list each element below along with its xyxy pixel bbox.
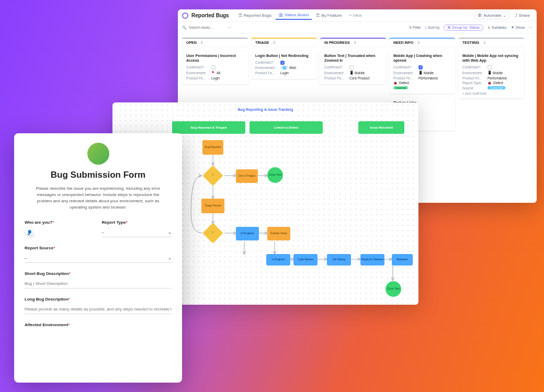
- form-description: Please describe the issue you are experi…: [25, 186, 172, 211]
- card-title: User Permissions | Incorrect Access: [186, 54, 244, 63]
- avatar: [87, 143, 109, 165]
- card[interactable]: Button Text | Truncated when Zoomed In C…: [320, 51, 386, 84]
- flow-node[interactable]: Triage Passed: [201, 199, 224, 213]
- flow-node[interactable]: In Progress: [236, 227, 259, 240]
- group-icon: ⌘: [447, 26, 451, 29]
- column-header[interactable]: OPEN2: [182, 38, 248, 47]
- sort-button[interactable]: ↕ Sort by: [425, 26, 440, 29]
- search-wrap: 🔍 ⋯: [182, 26, 240, 30]
- column-header[interactable]: IN PROGRESS2: [320, 38, 386, 47]
- label-who: Who are you?*: [25, 220, 95, 225]
- board-title: Reported Bugs: [191, 13, 229, 18]
- filter-button[interactable]: ⚲ Filter: [409, 26, 421, 30]
- sort-icon: ↕: [425, 26, 427, 29]
- label-report-source: Report Source*: [25, 246, 172, 250]
- card[interactable]: User Permissions | Incorrect Access Conf…: [182, 51, 248, 84]
- subtask-icon: ↳: [488, 26, 491, 29]
- group-by-pill[interactable]: ⌘ Group by: Status: [444, 25, 483, 31]
- board-header: Reported Bugs ☰Reported Bugs ▥Status Boa…: [178, 9, 537, 22]
- app-logo-icon: [182, 13, 188, 19]
- card[interactable]: Login Button | Not Redirecting Confirmed…: [251, 51, 317, 79]
- chevron-down-icon: ⌄: [168, 256, 172, 260]
- flow-terminal[interactable]: Close Task: [386, 281, 401, 297]
- filter-icon: ⚲: [409, 26, 412, 29]
- flow-node[interactable]: QA Testing: [327, 254, 351, 266]
- eye-icon: 👁: [511, 26, 515, 29]
- card-title: Login Button | Not Redirecting: [255, 54, 313, 59]
- label-short-desc: Short Bug Description*: [25, 271, 172, 276]
- flow-node[interactable]: Ready for Release: [360, 254, 384, 266]
- list-icon: ☰: [239, 13, 242, 18]
- checkbox[interactable]: [280, 61, 285, 65]
- flow-node[interactable]: Subtask Notes: [267, 227, 290, 240]
- flow-node[interactable]: Bug Reported: [202, 140, 223, 155]
- chevron-down-icon: ⌄: [168, 230, 172, 235]
- report-type-select[interactable]: –⌄: [102, 228, 172, 237]
- form-title: Bug Submission Form: [25, 170, 172, 180]
- globe-icon: 🌐: [280, 66, 288, 70]
- mobile-icon: 📱: [488, 71, 492, 75]
- card[interactable]: Mobile | Mobile App not syncing with Web…: [458, 51, 524, 98]
- flow-node[interactable]: Code Review: [293, 254, 318, 266]
- short-desc-input[interactable]: [25, 279, 172, 289]
- label-long-desc: Long Bug Description*: [25, 297, 172, 302]
- mobile-icon: 📱: [349, 71, 354, 75]
- assignee-picker[interactable]: 👤: [25, 228, 34, 237]
- card-title: Mobile | Mobile App not syncing with Web…: [462, 54, 520, 63]
- tab-by-feature[interactable]: ☰By Feature: [313, 11, 345, 20]
- flow-terminal[interactable]: Close Task: [267, 167, 283, 183]
- checkbox[interactable]: [211, 65, 216, 70]
- subtasks-button[interactable]: ↳ Subtasks: [488, 26, 507, 30]
- tab-status-board[interactable]: ▥Status Board: [276, 11, 312, 20]
- chevron-down-icon: ⌄: [503, 13, 506, 18]
- column-header[interactable]: TRIAGE2: [251, 38, 317, 47]
- column-header[interactable]: NEED INFO2: [389, 38, 455, 47]
- flow-node[interactable]: In Progress: [266, 254, 290, 266]
- mobile-icon: 📱: [418, 71, 423, 75]
- card[interactable]: Mobile App | Crashing when opened Confir…: [389, 51, 455, 94]
- bolt-icon: ⦿: [478, 13, 482, 18]
- card-title: Mobile App | Crashing when opened: [393, 54, 451, 63]
- label-affected-env: Affected Environment*: [25, 322, 172, 327]
- column-header[interactable]: TESTIING1: [458, 38, 524, 47]
- label-report-type: Report Type*: [102, 220, 172, 225]
- long-desc-input[interactable]: [25, 305, 172, 314]
- search-icon: 🔍: [182, 26, 187, 30]
- tab-reported-bugs[interactable]: ☰Reported Bugs: [235, 11, 275, 20]
- share-button[interactable]: ⤴ Share: [513, 12, 532, 19]
- checkbox[interactable]: [418, 65, 423, 70]
- bug-form-window: Bug Submission Form Please describe the …: [14, 133, 182, 383]
- automate-button[interactable]: ⦿Automate⌄: [474, 11, 509, 19]
- view-tabs: ☰Reported Bugs ▥Status Board ☰By Feature…: [235, 11, 365, 20]
- search-input[interactable]: [189, 26, 225, 29]
- header-actions: ⦿Automate⌄ ⤴ Share: [474, 11, 532, 19]
- more-icon[interactable]: ⋯: [228, 26, 231, 30]
- add-subtask-button[interactable]: + ADD SUBTASK: [462, 92, 520, 95]
- add-view-button[interactable]: + View: [346, 11, 365, 20]
- card-title: Button Text | Truncated when Zoomed In: [324, 54, 382, 63]
- board-filter-bar: 🔍 ⋯ ⚲ Filter ↕ Sort by ⌘ Group by: Statu…: [178, 22, 537, 33]
- flow-node[interactable]: Released: [392, 254, 413, 266]
- report-source-select[interactable]: –⌄: [25, 253, 172, 263]
- share-icon: ⤴: [515, 13, 517, 18]
- board-icon: ▥: [279, 13, 283, 17]
- more-menu-icon[interactable]: ⋯: [529, 26, 532, 30]
- person-icon: 👤: [27, 230, 32, 235]
- column-testing: TESTIING1 Mobile | Mobile App not syncin…: [458, 38, 524, 135]
- list-icon: ☰: [316, 13, 320, 18]
- checkbox[interactable]: [488, 65, 492, 70]
- flow-node[interactable]: Dev is Triaged: [236, 169, 258, 183]
- checkbox[interactable]: [349, 65, 354, 70]
- show-button[interactable]: 👁 Show: [511, 26, 525, 29]
